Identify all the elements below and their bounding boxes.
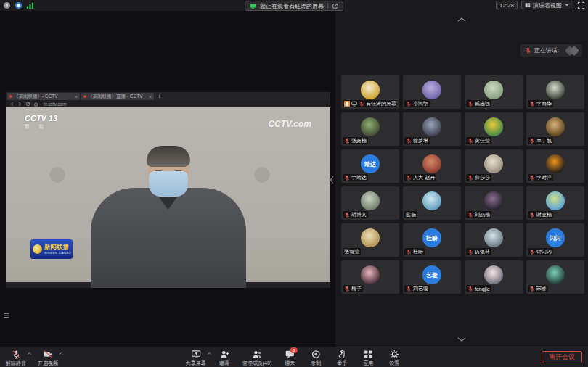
avatar xyxy=(361,81,380,99)
tab-close-icon[interactable]: × xyxy=(75,94,78,99)
participant-name: 张雪莹 xyxy=(344,248,359,255)
participant-tile[interactable]: 李时洋 xyxy=(526,149,584,183)
participant-tile[interactable]: 覃丁凯 xyxy=(526,112,584,146)
participant-tile[interactable]: 胡博文 xyxy=(341,186,399,220)
toolbar-item[interactable]: 3聊天 xyxy=(282,350,298,367)
scroll-up-icon[interactable] xyxy=(457,17,467,22)
participant-tile[interactable]: 谢亚楠 xyxy=(526,186,584,220)
participant-nameplate: 杜盼 xyxy=(404,248,425,255)
participant-nameplate: 宋睿 xyxy=(528,285,548,292)
speaker-head xyxy=(148,147,189,197)
participant-name: 杜盼 xyxy=(413,248,423,255)
fullscreen-icon[interactable] xyxy=(577,1,585,9)
participant-tile[interactable]: 戚忠强 xyxy=(465,75,523,109)
tab-close-icon[interactable]: × xyxy=(149,94,152,99)
toolbar-item[interactable]: 解除静音 xyxy=(6,350,26,367)
participant-nameplate: 刘艺璇 xyxy=(404,285,430,292)
new-tab-button[interactable]: + xyxy=(158,93,161,100)
tab-title: 《新闻联播》- CCTV xyxy=(14,94,58,100)
view-mode-label: 演讲者视图 xyxy=(533,1,562,9)
participant-tile[interactable]: 黄佳莹 xyxy=(465,112,523,146)
participant-name: 小鸿明 xyxy=(413,100,428,107)
top-bar-right: 12:28 演讲者视图 xyxy=(496,1,585,9)
participant-tile[interactable]: 闪闪钟闪闪 xyxy=(526,223,584,257)
mic-muted-icon xyxy=(529,175,535,181)
collapse-panel-icon[interactable] xyxy=(329,175,335,185)
participant-tile[interactable]: 厉银林 xyxy=(465,223,523,257)
view-mode-button[interactable]: 演讲者视图 xyxy=(521,1,573,9)
participant-tile[interactable]: 宋睿 xyxy=(526,260,584,294)
toolbar-item[interactable]: 管理成员(40) xyxy=(242,350,271,367)
info-icon[interactable] xyxy=(3,1,11,9)
sidebar-toggle-icon[interactable] xyxy=(3,312,10,319)
mic-muted-icon xyxy=(529,249,535,255)
participant-tile[interactable]: 靖达于靖达 xyxy=(341,149,399,183)
pop-out-icon[interactable] xyxy=(332,3,338,9)
mic-muted-icon xyxy=(344,138,350,144)
participant-nameplate: 钟闪闪 xyxy=(528,248,553,255)
mic-muted-icon xyxy=(529,101,535,107)
avatar xyxy=(484,117,503,136)
toolbar-item-label: 邀请 xyxy=(219,360,229,367)
forward-icon[interactable] xyxy=(17,102,23,107)
participant-name: 刘晶楠 xyxy=(475,211,490,218)
screen-share-banner: 您正在观看石钰涛的屏幕 xyxy=(245,1,343,11)
avatar: 靖达 xyxy=(361,154,380,173)
participant-tile[interactable]: 杜盼杜盼 xyxy=(403,223,461,257)
toolbar-item[interactable]: 设置 xyxy=(386,350,402,367)
home-icon[interactable] xyxy=(33,102,38,107)
participant-tile[interactable]: 张雪莹 xyxy=(341,223,399,257)
toolbar-item[interactable]: 邀请 xyxy=(216,350,232,367)
toolbar-item[interactable]: 录制 xyxy=(308,350,324,367)
toolbar-item[interactable]: 举手 xyxy=(334,350,350,367)
shield-icon[interactable] xyxy=(15,1,23,9)
wall-watermark xyxy=(253,165,271,184)
participant-nameplate: 张露楠 xyxy=(343,137,368,144)
caret-down-icon xyxy=(564,2,570,8)
toolbar-left: 解除静音开启视频 xyxy=(6,350,58,367)
scroll-down-icon[interactable] xyxy=(457,337,467,342)
participant-tile[interactable]: 薛莎莎 xyxy=(465,149,523,183)
participant-tile[interactable]: 艺璇刘艺璇 xyxy=(403,260,461,294)
pill-divider xyxy=(327,3,328,9)
participant-tile[interactable]: 刘晶楠 xyxy=(465,186,523,220)
channel-logo: CCTV 13 新 闻 xyxy=(25,115,57,129)
participant-name: 戚忠强 xyxy=(475,100,490,107)
participant-name: 李时洋 xyxy=(536,174,552,181)
participant-tile[interactable]: fengjie xyxy=(465,260,523,294)
refresh-icon[interactable] xyxy=(25,102,30,107)
toolbar-item[interactable]: 开启视频 xyxy=(38,350,58,367)
browser-tab[interactable]: 《新闻联播》直播 - CCTV× xyxy=(81,93,154,100)
participant-name: 张露楠 xyxy=(351,137,367,144)
participant-nameplate: 覃丁凯 xyxy=(528,137,553,144)
participant-tile[interactable]: 李南华 xyxy=(526,75,584,109)
participant-tile[interactable]: 梅子 xyxy=(341,260,399,294)
toolbar-item-label: 设置 xyxy=(389,360,399,367)
leave-meeting-button[interactable]: 离开会议 xyxy=(542,351,582,363)
caret-up-icon[interactable] xyxy=(27,351,32,356)
toolbar-item[interactable]: 共享屏幕 xyxy=(186,350,206,367)
caret-up-icon[interactable] xyxy=(59,351,64,356)
face-mask xyxy=(149,171,188,197)
participant-name: 石钰涛的屏幕共享 xyxy=(366,100,397,107)
screen-share-mini-icon xyxy=(351,101,357,107)
back-icon[interactable] xyxy=(9,102,15,107)
participant-tile[interactable]: 徐梦琳 xyxy=(403,112,461,146)
participant-tile[interactable]: 人大-赵丹 xyxy=(403,149,461,183)
participant-tile[interactable]: 张露楠 xyxy=(341,112,399,146)
url-text[interactable]: tv.cctv.com xyxy=(44,102,67,107)
toolbar-item[interactable]: 应用 xyxy=(360,350,376,367)
avatar xyxy=(484,228,503,247)
caret-up-icon[interactable] xyxy=(207,351,212,356)
participant-name: 厉银林 xyxy=(475,248,490,255)
participant-tile[interactable]: 蓝杨 xyxy=(403,186,461,220)
participant-nameplate: 于靖达 xyxy=(343,174,368,181)
avatar xyxy=(546,191,565,210)
screen-share-icon xyxy=(191,350,200,359)
browser-tab[interactable]: 《新闻联播》- CCTV× xyxy=(7,93,80,100)
mic-muted-icon xyxy=(406,286,412,292)
mic-muted-icon xyxy=(344,175,350,181)
participant-tile[interactable]: 小鸿明 xyxy=(403,75,461,109)
participant-tile[interactable]: 石钰涛的屏幕共享 xyxy=(341,75,399,109)
tab-favicon xyxy=(9,95,12,98)
